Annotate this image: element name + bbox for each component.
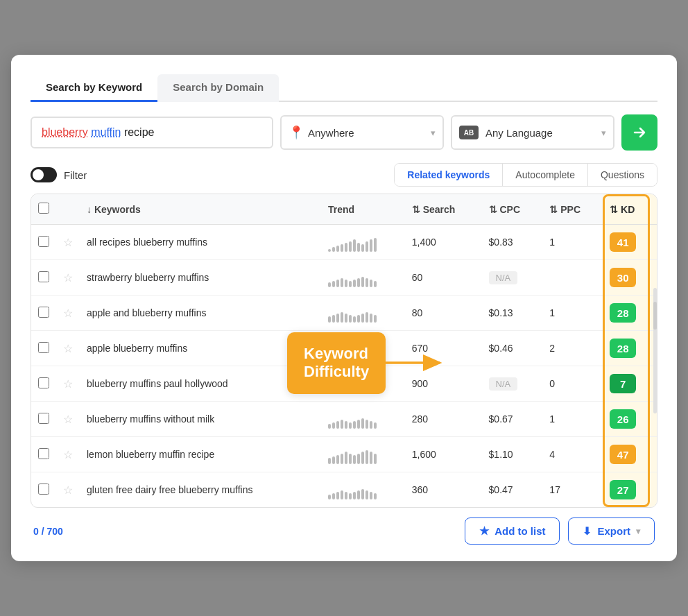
keyword-cell: blueberry muffins paul hollywood [80,366,321,402]
filter-toggle-switch[interactable] [31,167,57,182]
kd-badge: 47 [610,445,636,464]
keyword-tab-group: Related keywords Autocomplete Questions [394,163,657,187]
keyword-cell: apple blueberry muffins [80,331,321,366]
location-select[interactable]: 📍 Anywhere ▾ [280,115,444,150]
table-section: ↓ Keywords Trend ⇅ Search ⇅ CPC ⇅ PPC ⇅ … [31,194,657,508]
col-keywords[interactable]: ↓ Keywords [80,194,321,225]
row-checkbox[interactable] [38,342,49,353]
row-checkbox[interactable] [38,448,49,459]
filter-label: Filter [64,169,87,181]
search-vol-cell: 60 [405,260,482,296]
kd-cell: 28 [603,296,657,331]
kd-arrow [386,349,448,377]
table-row: ☆strawberry blueberry muffins60N/A30 [31,260,657,296]
table-row: ☆gluten free dairy free blueberry muffin… [31,472,657,508]
star-icon[interactable]: ☆ [63,413,73,425]
ppc-cell: 2 [542,331,603,366]
table-row: ☆lemon blueberry muffin recipe1,600$1.10… [31,437,657,472]
ppc-cell: 0 [542,366,603,402]
trend-cell [321,472,405,508]
cpc-cell: $0.47 [482,472,543,508]
add-to-list-button[interactable]: ★ Add to list [465,517,560,545]
ppc-cell: 1 [542,402,603,437]
col-ppc[interactable]: ⇅ PPC [542,194,603,225]
keyword-cell: strawberry blueberry muffins [80,260,321,296]
kd-cell: 26 [603,402,657,437]
kd-badge: 41 [610,232,636,252]
add-to-list-label: Add to list [495,525,545,537]
row-checkbox[interactable] [38,377,49,388]
language-chevron-icon: ▾ [601,128,606,138]
kd-cell: 28 [603,331,657,366]
star-icon[interactable]: ☆ [63,449,73,461]
col-trend[interactable]: Trend [321,194,405,225]
tab-domain[interactable]: Search by Domain [157,74,279,102]
row-checkbox[interactable] [38,484,49,495]
keyword-highlight-red: blueberry [42,126,88,139]
export-label: Export [597,525,630,537]
star-icon[interactable]: ☆ [63,307,73,319]
keyword-cell: apple and blueberry muffins [80,296,321,331]
keyword-cell: gluten free dairy free blueberry muffins [80,472,321,508]
kd-cell: 27 [603,472,657,508]
search-button[interactable] [621,114,657,151]
trend-cell [321,260,405,296]
star-icon[interactable]: ☆ [63,378,73,390]
row-checkbox[interactable] [38,307,49,318]
row-checkbox[interactable] [38,236,49,247]
arrow-right-icon [631,124,648,141]
location-chevron-icon: ▾ [431,128,436,138]
select-all-checkbox[interactable] [38,203,49,214]
star-icon[interactable]: ☆ [63,237,73,248]
kd-badge: 30 [610,268,636,287]
scrollbar-track [653,288,657,413]
ppc-cell: 17 [542,472,603,508]
col-cpc[interactable]: ⇅ CPC [482,194,543,225]
toggle-dot-inner [33,169,44,180]
tab-keyword[interactable]: Search by Keyword [31,74,157,102]
export-button[interactable]: ⬇ Export ▾ [568,517,655,545]
language-select[interactable]: AB Any Language ▾ [451,115,614,150]
language-ab-icon: AB [459,126,479,139]
trend-cell [321,402,405,437]
kd-badge: 28 [610,339,636,358]
tab-autocomplete[interactable]: Autocomplete [503,164,588,186]
star-icon[interactable]: ☆ [63,343,73,354]
table-row: ☆all recipes blueberry muffins1,400$0.83… [31,225,657,260]
cpc-na-badge: N/A [489,377,518,391]
kd-cell: 47 [603,437,657,472]
search-vol-cell: 80 [405,296,482,331]
col-kd[interactable]: ⇅ KD [603,194,657,225]
filter-toggle[interactable]: Filter [31,167,87,182]
star-icon[interactable]: ☆ [63,272,73,284]
scrollbar-thumb[interactable] [653,302,657,330]
keyword-input[interactable]: blueberry muffin recipe [31,117,273,148]
tab-related-keywords[interactable]: Related keywords [395,164,503,186]
col-checkbox [31,194,56,225]
location-label: Anywhere [308,127,427,139]
ppc-cell: 1 [542,225,603,260]
cpc-cell: $0.67 [482,402,543,437]
col-star [56,194,80,225]
row-checkbox[interactable] [38,271,49,282]
cpc-cell: $0.13 [482,296,543,331]
ppc-cell: 1 [542,296,603,331]
cpc-cell: $1.10 [482,437,543,472]
filter-bar: Filter Related keywords Autocomplete Que… [31,163,657,187]
main-card: Search by Keyword Search by Domain blueb… [11,55,677,561]
star-icon[interactable]: ☆ [63,484,73,496]
row-checkbox[interactable] [38,413,49,424]
arrow-icon [386,349,448,377]
footer-bar: 0 / 700 ★ Add to list ⬇ Export ▾ [31,517,657,545]
cpc-cell: $0.83 [482,225,543,260]
footer-actions: ★ Add to list ⬇ Export ▾ [465,517,655,545]
kd-annotation: Keyword Difficulty [287,332,448,394]
kd-annotation-box: Keyword Difficulty [287,332,386,394]
cpc-cell: N/A [482,260,543,296]
ppc-cell [542,260,603,296]
tab-questions[interactable]: Questions [588,164,657,186]
search-vol-cell: 1,600 [405,437,482,472]
cpc-na-badge: N/A [489,271,518,284]
col-search[interactable]: ⇅ Search [405,194,482,225]
search-bar: blueberry muffin recipe 📍 Anywhere ▾ AB … [31,114,657,151]
